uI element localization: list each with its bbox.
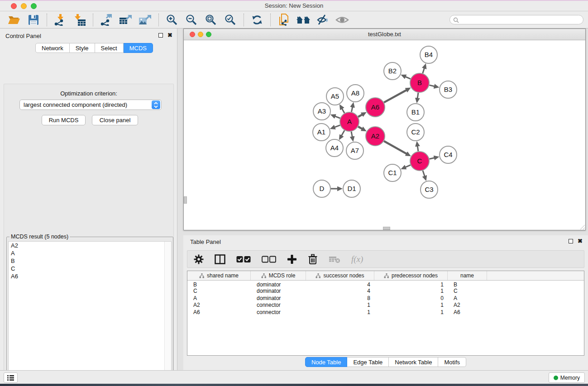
mcds-result-list[interactable]: A2 A B C A6 xyxy=(8,241,172,381)
close-panel-button[interactable]: Close panel xyxy=(92,115,138,125)
table-row[interactable]: A6connector11A6 xyxy=(187,309,584,316)
show-eye-icon[interactable] xyxy=(335,13,350,27)
tab-style[interactable]: Style xyxy=(70,43,95,53)
column-header-predecessor-nodes[interactable]: predecessor nodes xyxy=(374,271,448,280)
table-options-gear-icon[interactable] xyxy=(194,254,204,264)
graph-node-label: C xyxy=(417,157,422,165)
close-network-button[interactable] xyxy=(190,32,195,37)
column-header-empty xyxy=(487,271,584,280)
graph-edge-A2-C[interactable] xyxy=(384,141,406,154)
list-item[interactable]: C xyxy=(9,265,171,272)
column-header-shared-name[interactable]: shared name xyxy=(187,271,251,280)
search-input[interactable] xyxy=(449,15,583,24)
list-item[interactable]: A xyxy=(9,249,171,257)
column-header-successor-nodes[interactable]: successor nodes xyxy=(306,271,374,280)
table-toolbar: f(x) xyxy=(187,250,584,268)
graph-edge-C-C2[interactable] xyxy=(417,146,418,152)
table-row[interactable]: Cdominator41C xyxy=(187,288,584,295)
function-builder-icon: f(x) xyxy=(351,254,363,264)
float-panel-icon[interactable] xyxy=(569,239,573,243)
node-table: shared name MCDS role successor nodes pr… xyxy=(187,271,584,356)
tab-edge-table[interactable]: Edge Table xyxy=(347,357,389,367)
graph-edge-C-C1[interactable] xyxy=(405,165,410,167)
toolbar-separator xyxy=(93,14,93,26)
table-row[interactable]: Bdominator41B xyxy=(187,281,584,288)
list-item[interactable]: A6 xyxy=(9,272,171,280)
graph-edge-C-C4[interactable] xyxy=(429,158,434,159)
show-column-panel-icon[interactable] xyxy=(215,254,225,264)
zoom-network-button[interactable] xyxy=(206,32,211,37)
refresh-icon[interactable] xyxy=(249,13,265,27)
graph-node-label: A6 xyxy=(371,103,379,111)
zoom-out-icon[interactable] xyxy=(184,13,199,27)
graph-node-label: C3 xyxy=(425,186,433,193)
unselect-all-columns-icon[interactable] xyxy=(262,256,276,263)
minimize-network-button[interactable] xyxy=(198,32,203,37)
zoom-selected-icon[interactable] xyxy=(223,13,238,27)
import-network-icon[interactable] xyxy=(53,13,68,27)
tab-motifs[interactable]: Motifs xyxy=(438,357,466,367)
graph-node-label: A4 xyxy=(330,144,339,152)
open-session-icon[interactable] xyxy=(6,13,22,27)
graph-edge-C-C3[interactable] xyxy=(423,171,425,176)
close-panel-icon[interactable]: ✖ xyxy=(167,33,172,38)
graph-edge-A-A5[interactable] xyxy=(342,109,344,113)
graph-node-label: A8 xyxy=(351,89,359,97)
create-column-icon[interactable] xyxy=(287,254,297,264)
table-row[interactable]: Adominator80A xyxy=(187,295,584,302)
tab-select[interactable]: Select xyxy=(95,43,124,53)
minimize-window-button[interactable] xyxy=(21,3,27,9)
criterion-dropdown[interactable]: largest connected component (directed) xyxy=(19,100,162,110)
save-session-icon[interactable] xyxy=(26,13,41,27)
zoom-in-icon[interactable] xyxy=(164,13,180,27)
graph-node-label: D xyxy=(320,185,325,192)
graph-edge-A-A2[interactable] xyxy=(358,127,362,129)
import-table-icon[interactable] xyxy=(72,13,87,27)
zoom-window-button[interactable] xyxy=(31,3,37,9)
graph-edge-A-A7[interactable] xyxy=(351,132,352,137)
tab-node-table[interactable]: Node Table xyxy=(305,357,348,367)
column-header-name[interactable]: name xyxy=(448,271,487,280)
graph-edge-A-A8[interactable] xyxy=(351,107,352,112)
duplicate-network-icon[interactable] xyxy=(276,13,292,27)
zoom-fit-icon[interactable] xyxy=(203,13,219,27)
scrollbar-track[interactable] xyxy=(164,242,171,381)
graph-node-label: A5 xyxy=(331,92,339,100)
table-row[interactable]: A2connector11A2 xyxy=(187,302,584,309)
export-image-icon[interactable] xyxy=(138,13,153,27)
table-panel: Table Panel ✖ f(x) sha xyxy=(183,235,588,370)
show-panels-list-button[interactable] xyxy=(4,372,18,383)
tab-network-table[interactable]: Network Table xyxy=(389,357,438,367)
table-header-row: shared name MCDS role successor nodes pr… xyxy=(187,271,584,281)
delete-columns-icon[interactable] xyxy=(308,254,318,265)
vertical-scroll-nub[interactable] xyxy=(184,196,187,204)
tab-network[interactable]: Network xyxy=(35,43,70,53)
memory-label: Memory xyxy=(560,375,580,381)
graph-edge-A-A3[interactable] xyxy=(335,116,340,118)
list-item[interactable]: B xyxy=(9,257,171,265)
network-canvas[interactable]: AA1A2A3A4A5A6A7A8BB1B2B3B4CC1C2C3C4DD1 xyxy=(184,40,585,230)
graph-edge-A-A4[interactable] xyxy=(341,130,344,136)
graph-edge-B-B3[interactable] xyxy=(429,85,434,86)
tab-mcds[interactable]: MCDS xyxy=(124,43,153,53)
horizontal-scroll-nub[interactable] xyxy=(383,227,390,230)
graph-edge-A-A6[interactable] xyxy=(358,114,362,117)
run-mcds-button[interactable]: Run MCDS xyxy=(42,115,86,125)
column-header-mcds-role[interactable]: MCDS role xyxy=(251,271,306,280)
hide-graphics-details-icon[interactable] xyxy=(315,13,330,27)
graph-edge-B-B4[interactable] xyxy=(423,68,425,74)
export-network-icon[interactable] xyxy=(99,13,114,27)
memory-button[interactable]: Memory xyxy=(549,372,585,383)
close-window-button[interactable] xyxy=(11,3,17,9)
dropdown-stepper-icon xyxy=(152,100,160,109)
graph-edge-B-B2[interactable] xyxy=(405,76,410,79)
select-all-columns-icon[interactable] xyxy=(236,256,251,263)
export-table-icon[interactable] xyxy=(118,13,134,27)
graph-edge-B-B1[interactable] xyxy=(417,93,418,99)
list-item[interactable]: A2 xyxy=(9,242,171,249)
graph-edge-A6-B[interactable] xyxy=(384,90,406,102)
home-icon[interactable] xyxy=(296,13,311,27)
graph-edge-A-A1[interactable] xyxy=(335,125,340,128)
float-panel-icon[interactable] xyxy=(158,33,163,38)
close-panel-icon[interactable]: ✖ xyxy=(578,239,583,243)
